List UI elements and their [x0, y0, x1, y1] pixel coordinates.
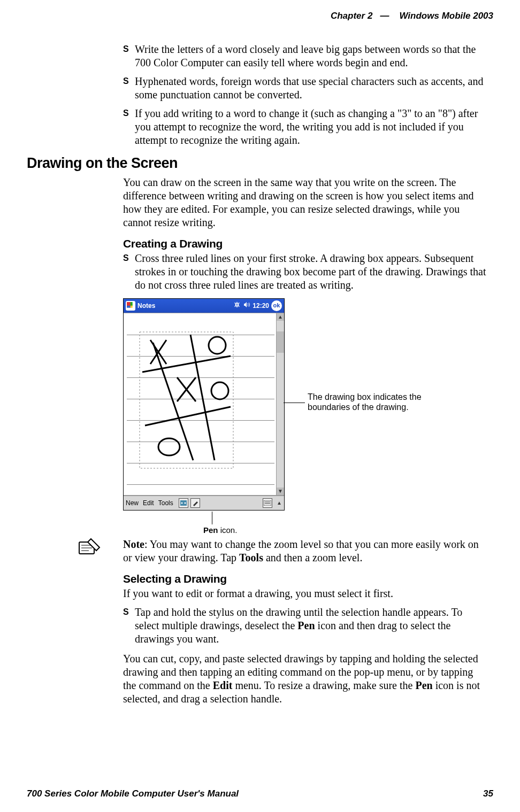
selecting-intro: If you want to edit or format a drawing,…: [123, 587, 488, 600]
svg-point-7: [209, 337, 226, 354]
note-text: Note: You may want to change the zoom le…: [123, 538, 488, 564]
bullet-item: Tap and hold the stylus on the drawing u…: [123, 606, 488, 646]
bullet-item: Cross three ruled lines on your first st…: [123, 252, 488, 292]
device-screenshot: Notes 12:20 ok: [123, 298, 285, 511]
closing-mid: menu. To resize a drawing, make sure the: [232, 679, 415, 691]
svg-rect-0: [140, 332, 233, 468]
svg-point-11: [158, 438, 180, 455]
chapter-label: Chapter: [331, 11, 365, 21]
pen-icon[interactable]: [190, 498, 200, 508]
note-body-2: and then a zoom level.: [263, 552, 363, 563]
note-tools: Tools: [239, 552, 263, 563]
drawing-canvas: ▲ ▼: [124, 313, 284, 496]
closing-edit: Edit: [213, 679, 233, 691]
speaker-icon: [243, 301, 250, 311]
pen-label-rest: icon.: [218, 525, 238, 535]
footer: 700 Series Color Mobile Computer User's …: [27, 788, 493, 799]
bullet-item: If you add writing to a word to change i…: [123, 107, 488, 147]
svg-point-10: [211, 382, 228, 399]
closing-pen: Pen: [415, 679, 432, 691]
menu-edit[interactable]: Edit: [143, 499, 154, 507]
svg-line-4: [145, 407, 231, 426]
svg-line-3: [142, 356, 231, 372]
note-bold: Note: [123, 538, 144, 550]
ok-button[interactable]: ok: [271, 300, 282, 311]
svg-point-14: [184, 502, 186, 504]
pen-callout-line: [212, 512, 212, 524]
section-heading: Drawing on the Screen: [27, 154, 488, 173]
footer-manual: 700 Series Color Mobile Computer User's …: [27, 788, 239, 799]
body-column: Write the letters of a word closely and …: [123, 43, 488, 706]
intro-bullets: Write the letters of a word closely and …: [123, 43, 488, 147]
bullet-item: Hyphenated words, foreign words that use…: [123, 75, 488, 102]
svg-rect-15: [264, 500, 271, 506]
scroll-up-icon[interactable]: ▲: [277, 313, 284, 321]
keyboard-icon[interactable]: [263, 498, 272, 508]
pen-caption: Pen icon.: [203, 525, 237, 536]
subsection-selecting: Selecting a Drawing: [123, 572, 488, 586]
svg-line-2: [190, 335, 215, 460]
drawing-strokes: [124, 313, 277, 495]
creating-bullets: Cross three ruled lines on your first st…: [123, 252, 488, 292]
scroll-thumb[interactable]: [277, 331, 284, 353]
note-block: Note: You may want to change the zoom le…: [75, 538, 488, 564]
menu-new[interactable]: New: [126, 499, 139, 507]
running-header: Chapter 2 — Windows Mobile 2003: [27, 11, 493, 21]
scroll-down-icon[interactable]: ▼: [277, 488, 284, 495]
header-title: Windows Mobile 2003: [399, 11, 493, 21]
annotation-text: The drawing box indicates the boundaries…: [308, 392, 425, 412]
bullet-item: Write the letters of a word closely and …: [123, 43, 488, 69]
pen-label-bold: Pen: [203, 525, 218, 535]
scrollbar[interactable]: ▲ ▼: [276, 313, 284, 495]
sel-bullet-pen: Pen: [297, 620, 315, 631]
device-toolbar: New Edit Tools ▲: [124, 496, 284, 510]
sip-up-icon[interactable]: ▲: [277, 500, 282, 507]
menu-tools[interactable]: Tools: [158, 499, 173, 507]
connectivity-icon: [233, 301, 241, 311]
clock-text: 12:20: [253, 302, 269, 310]
start-flag-icon: [126, 301, 135, 311]
footer-page: 35: [483, 788, 493, 799]
page: Chapter 2 — Windows Mobile 2003 Write th…: [0, 0, 520, 812]
subsection-creating: Creating a Drawing: [123, 237, 488, 251]
header-sep: —: [380, 11, 389, 21]
device-titlebar: Notes 12:20 ok: [124, 299, 284, 313]
selecting-bullets: Tap and hold the stylus on the drawing u…: [123, 606, 488, 646]
cassette-icon[interactable]: [179, 498, 188, 508]
figure: Notes 12:20 ok: [123, 298, 488, 533]
section-paragraph: You can draw on the screen in the same w…: [123, 176, 488, 229]
chapter-number: 2: [368, 11, 372, 21]
closing-paragraph: You can cut, copy, and paste selected dr…: [123, 652, 488, 706]
note-icon: [75, 538, 102, 559]
svg-point-13: [181, 502, 182, 504]
callout-line: [284, 403, 305, 403]
app-title: Notes: [137, 302, 155, 310]
